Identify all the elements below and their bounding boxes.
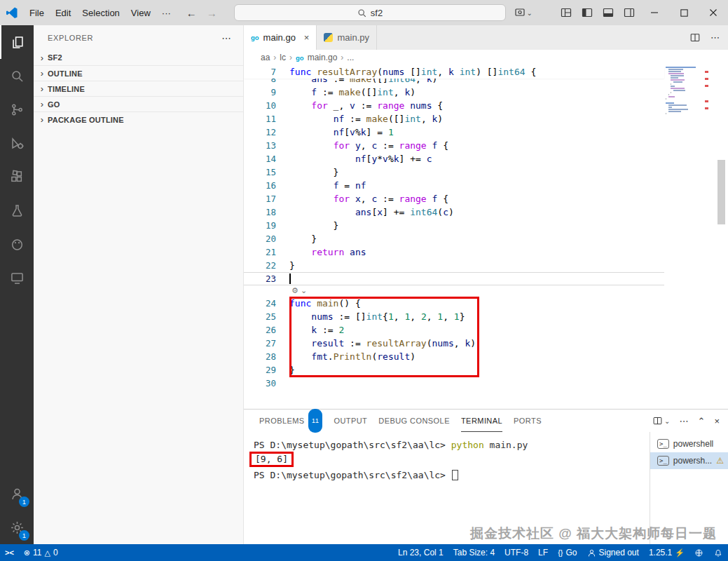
code-line-16[interactable]: 16 f = nf [244,179,664,192]
code-line-21[interactable]: 21 return ans [244,245,664,259]
line-number[interactable]: 24 [244,297,276,310]
line-number[interactable]: 28 [244,350,276,363]
manage-gear-icon[interactable]: 1 [0,511,34,544]
customize-layout-icon[interactable] [556,0,577,25]
close-window-button[interactable] [699,0,728,25]
minimize-button[interactable] [640,0,669,25]
panel-more-actions-icon[interactable]: ⋯ [680,416,689,426]
code-settings-gear-icon[interactable]: ⚙ ⌄ [291,285,307,297]
breadcrumb-item-aa[interactable]: aa [261,53,270,62]
code-line-12[interactable]: 12 nf[v%k] = 1 [244,126,664,139]
terminal-instance-powershell[interactable]: >_ powershell [650,435,728,452]
code-editor[interactable]: 7 func resultArray(nums []int, k int) []… [244,65,728,409]
tab-terminal[interactable]: TERMINAL [461,410,502,432]
code-line-9[interactable]: 9 f := make([]int, k) [244,86,664,99]
menu-selection[interactable]: Selection [76,5,125,21]
navigate-back-icon[interactable]: ← [186,7,197,19]
code-line-13[interactable]: 13 for y, c := range f { [244,139,664,152]
line-number[interactable]: 30 [244,377,276,390]
tab-size-status[interactable]: Tab Size: 4 [448,544,500,561]
run-and-debug-icon[interactable] [0,126,34,160]
line-number[interactable]: 25 [244,310,276,323]
problems-status[interactable]: ⊗ 11 △ 0 [19,544,63,561]
code-line-24[interactable]: 24func main() { [244,297,664,310]
code-line-14[interactable]: 14 nf[y*v%k] += c [244,152,664,165]
line-number[interactable]: 27 [244,337,276,350]
close-panel-icon[interactable]: × [714,416,720,426]
close-tab-icon[interactable]: × [304,32,310,43]
line-number[interactable]: 26 [244,323,276,337]
menu-edit[interactable]: Edit [50,5,76,21]
navigate-forward-icon[interactable]: → [207,7,217,19]
tab-output[interactable]: OUTPUT [334,410,367,432]
globe-icon[interactable] [689,544,708,561]
code-line-10[interactable]: 10 for _, v := range nums { [244,99,664,112]
toggle-panel-icon[interactable] [598,0,619,25]
line-number[interactable]: 23 [244,273,276,285]
notifications-bell-icon[interactable] [708,544,728,561]
editor-more-actions-icon[interactable]: ⋯ [710,32,720,43]
tab-main-py[interactable]: main.py [317,25,377,50]
line-number[interactable]: 14 [244,152,276,165]
code-line-23[interactable]: 23 [244,272,664,285]
breadcrumb-item-lc[interactable]: lc [280,53,286,62]
cursor-position-status[interactable]: Ln 23, Col 1 [393,544,448,561]
tab-ports[interactable]: PORTS [514,410,542,432]
code-line-22[interactable]: 22} [244,259,664,272]
line-number[interactable]: 19 [244,219,276,232]
code-line-30[interactable]: 30 [244,377,664,390]
code-line-28[interactable]: 28 fmt.Println(result) [244,350,664,363]
menu-view[interactable]: View [125,5,156,21]
line-number[interactable]: 15 [244,165,276,179]
sticky-scroll-line[interactable]: 7 func resultArray(nums []int, k int) []… [244,65,664,79]
go-version-status[interactable]: 1.25.1 ⚡ [644,544,689,561]
editor-scrollbar[interactable] [717,160,725,224]
line-number[interactable]: 21 [244,245,276,259]
account-status[interactable]: Signed out [582,544,644,561]
code-line-11[interactable]: 11 nf := make([]int, k) [244,112,664,126]
source-control-icon[interactable] [0,93,34,126]
toggle-primary-sidebar-icon[interactable] [577,0,598,25]
explorer-icon[interactable] [0,25,34,59]
code-line-18[interactable]: 18 ans[x] += int64(c) [244,205,664,219]
tab-main-go[interactable]: go main.go × [244,25,317,50]
code-line-26[interactable]: 26 k := 2 [244,323,664,337]
line-number[interactable]: 10 [244,99,276,112]
tab-problems[interactable]: PROBLEMS 11 [259,410,322,432]
maximize-panel-icon[interactable]: ⌃ [698,416,706,426]
line-number[interactable]: 13 [244,139,276,152]
command-center-search[interactable]: sf2 [234,4,506,21]
code-line-15[interactable]: 15 } [244,165,664,179]
sidebar-section-sf2[interactable]: › SF2 [34,50,243,65]
accounts-icon[interactable]: 1 [0,477,34,511]
line-number[interactable]: 29 [244,363,276,377]
extensions-icon[interactable] [0,160,34,194]
go-extension-icon[interactable] [0,227,34,261]
sidebar-section-package-outline[interactable]: › PACKAGE OUTLINE [34,111,243,127]
toggle-secondary-sidebar-icon[interactable] [619,0,640,25]
sidebar-section-go[interactable]: › GO [34,96,243,111]
eol-status[interactable]: LF [533,544,553,561]
settings-dropdown-icon[interactable]: ⌄ [509,0,537,25]
maximize-button[interactable] [669,0,699,25]
tab-debug-console[interactable]: DEBUG CONSOLE [378,410,450,432]
line-number[interactable]: 11 [244,112,276,126]
line-number[interactable]: 22 [244,259,276,272]
line-number[interactable]: 16 [244,179,276,192]
search-sidebar-icon[interactable] [0,59,34,93]
menu-file[interactable]: File [24,5,50,21]
remote-explorer-icon[interactable] [0,261,34,295]
breadcrumb-item-symbol[interactable]: ... [347,53,354,62]
menu-overflow[interactable]: ··· [156,5,177,21]
line-number[interactable]: 20 [244,232,276,245]
sidebar-section-timeline[interactable]: › TIMELINE [34,81,243,96]
explorer-more-actions-icon[interactable]: ⋯ [221,32,232,43]
line-number[interactable]: 9 [244,86,276,99]
code-line-29[interactable]: 29} [244,363,664,377]
line-number[interactable]: 18 [244,205,276,219]
testing-icon[interactable] [0,194,34,227]
code-line-19[interactable]: 19 } [244,219,664,232]
code-line-20[interactable]: 20 } [244,232,664,245]
terminal-views-icon[interactable]: ⌄ [652,416,670,426]
split-editor-icon[interactable] [689,32,701,43]
